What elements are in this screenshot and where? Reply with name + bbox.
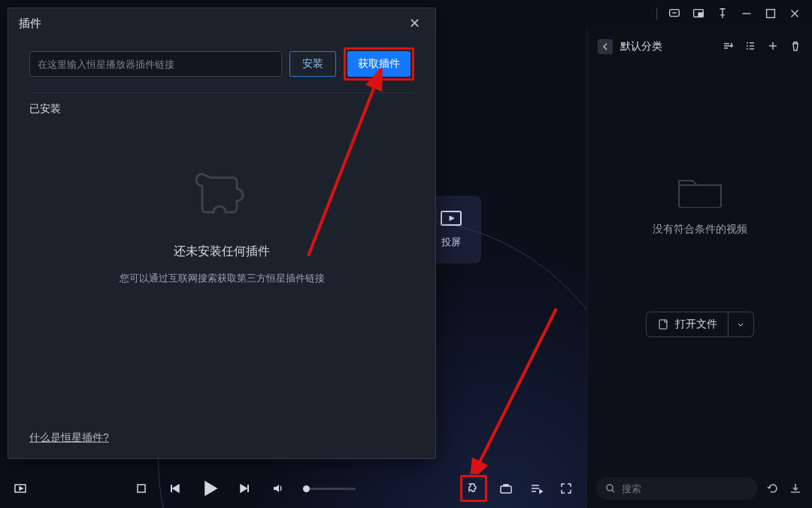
puzzle-icon (184, 157, 259, 232)
svg-point-7 (607, 485, 613, 491)
volume-icon[interactable] (270, 480, 286, 497)
folder-icon (676, 172, 724, 208)
search-icon (605, 483, 616, 494)
pip-icon[interactable] (692, 7, 705, 20)
svg-rect-6 (659, 320, 667, 329)
get-plugin-button[interactable]: 获取插件 (347, 51, 411, 77)
plugin-button[interactable] (465, 480, 482, 497)
svg-line-17 (477, 309, 556, 467)
plugin-url-input[interactable] (29, 51, 282, 77)
sort-icon[interactable] (722, 40, 734, 54)
cast-label: 投屏 (441, 236, 461, 249)
refresh-icon[interactable] (765, 481, 780, 496)
toolbox-icon[interactable] (498, 480, 514, 497)
next-button[interactable] (237, 480, 253, 497)
panel-footer (587, 469, 812, 508)
player-bar (0, 469, 586, 508)
plugin-dialog: 插件 ✕ 安装 获取插件 已安装 还未安装任何插件 您可以通过互联网搜索获取第三… (8, 8, 436, 459)
svg-rect-14 (501, 486, 511, 493)
svg-marker-15 (540, 490, 542, 493)
category-label: 默认分类 (620, 40, 662, 53)
right-panel: 默认分类 没有符合条件的视频 打开文件 (586, 27, 812, 508)
empty-title: 还未安装任何插件 (174, 244, 270, 260)
installed-section-label: 已安装 (8, 93, 435, 116)
svg-rect-10 (138, 485, 145, 492)
get-plugin-highlight: 获取插件 (344, 47, 414, 81)
plugin-button-highlight (460, 475, 487, 502)
dialog-empty-state: 还未安装任何插件 您可以通过互联网搜索获取第三方恒星插件链接 (8, 116, 435, 420)
add-icon[interactable] (767, 40, 779, 54)
annotation-arrow-bottom (466, 301, 571, 474)
dialog-title: 插件 (19, 17, 41, 31)
feedback-icon[interactable] (668, 7, 681, 20)
stop-button[interactable] (133, 480, 150, 497)
search-box[interactable] (596, 477, 758, 500)
play-button[interactable] (199, 478, 220, 499)
open-file-button[interactable]: 打开文件 (646, 312, 729, 337)
screenshot-icon[interactable] (12, 480, 29, 497)
import-icon[interactable] (788, 481, 803, 496)
dialog-close-button[interactable]: ✕ (404, 13, 425, 34)
svg-marker-13 (241, 485, 247, 492)
empty-subtitle: 您可以通过互联网搜索获取第三方恒星插件链接 (120, 272, 325, 285)
playlist-icon[interactable] (528, 480, 544, 497)
svg-rect-2 (698, 13, 702, 17)
svg-rect-3 (767, 10, 775, 18)
svg-marker-5 (450, 216, 454, 221)
file-icon (657, 318, 669, 330)
fullscreen-icon[interactable] (558, 480, 574, 497)
svg-marker-9 (20, 487, 23, 490)
prev-button[interactable] (166, 480, 183, 497)
search-input[interactable] (622, 483, 749, 494)
install-button[interactable]: 安装 (289, 51, 336, 77)
svg-marker-11 (173, 485, 179, 492)
pin-icon[interactable] (716, 7, 729, 20)
panel-body: 没有符合条件的视频 打开文件 (587, 66, 812, 469)
maximize-icon[interactable] (764, 7, 777, 20)
delete-icon[interactable] (789, 40, 801, 54)
volume-slider[interactable] (303, 488, 356, 490)
close-window-icon[interactable] (788, 7, 801, 20)
empty-state-text: 没有符合条件的视频 (653, 223, 747, 236)
window-titlebar (646, 0, 812, 27)
svg-marker-12 (205, 482, 217, 495)
panel-header: 默认分类 (587, 27, 812, 66)
open-file-dropdown[interactable] (729, 312, 754, 337)
what-is-plugin-link[interactable]: 什么是恒星插件? (29, 431, 109, 443)
list-view-icon[interactable] (744, 40, 756, 54)
back-icon[interactable] (598, 39, 613, 54)
minimize-icon[interactable] (740, 7, 753, 20)
